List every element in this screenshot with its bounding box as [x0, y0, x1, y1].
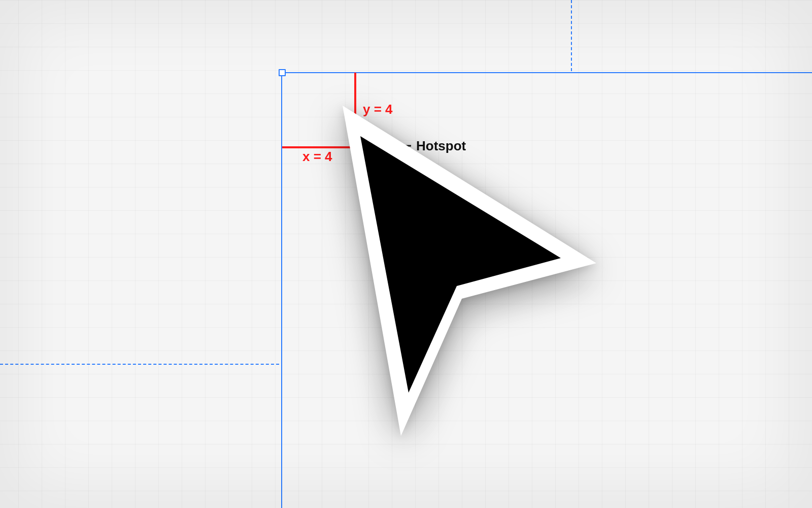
diagram-canvas[interactable]: y = 4 x = 4 Hotspot	[0, 0, 812, 508]
cursor-arrow-graphic	[322, 106, 606, 443]
selection-left-edge	[281, 73, 282, 508]
horizontal-guide-line	[0, 364, 279, 365]
selection-handle-top-left[interactable]	[279, 69, 286, 76]
selection-top-edge	[282, 72, 812, 73]
vertical-guide-line	[571, 0, 572, 71]
